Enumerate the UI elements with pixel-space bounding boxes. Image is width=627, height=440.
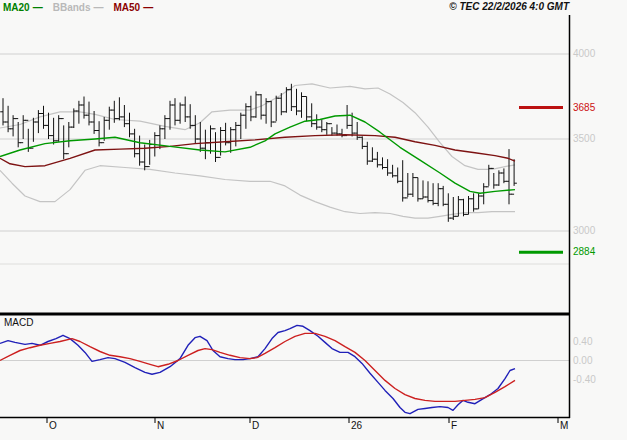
legend-dash-bbands-icon: — [93, 2, 103, 13]
y-axis-label-2884: 2884 [573, 246, 595, 257]
x-axis-label-M: M [560, 420, 568, 431]
chart-screen: MA20 — BBands — MA50 — © TEC 22/2/2026 4… [0, 0, 627, 440]
legend-item-ma50: MA50 — [113, 2, 153, 13]
legend: MA20 — BBands — MA50 — [3, 2, 153, 13]
y-axis-label-3500: 3500 [573, 133, 595, 144]
macd-line [0, 325, 515, 413]
x-axis-label-26: 26 [351, 420, 362, 431]
legend-item-bbands: BBands — [53, 2, 104, 13]
y-axis-label-3685: 3685 [573, 102, 595, 113]
x-axis-label-F: F [451, 420, 457, 431]
x-axis-label-N: N [157, 420, 164, 431]
macd-panel-title: MACD [4, 317, 33, 328]
legend-dash-ma50-icon: — [143, 2, 153, 13]
x-axis-label-D: D [252, 420, 259, 431]
macd-signal-line [0, 333, 515, 401]
macd-axis-label--0.40: -0.40 [573, 374, 596, 385]
y-axis-label-3000: 3000 [573, 225, 595, 236]
macd-axis-label-0.00: 0.00 [573, 355, 592, 366]
y-axis-label-4000: 4000 [573, 48, 595, 59]
legend-label-ma20: MA20 [3, 2, 30, 13]
legend-dash-ma20-icon: — [33, 2, 43, 13]
ohlc-bars [0, 84, 517, 222]
price-macd-chart [0, 0, 627, 440]
legend-item-ma20: MA20 — [3, 2, 43, 13]
legend-label-ma50: MA50 [113, 2, 140, 13]
legend-label-bbands: BBands [53, 2, 91, 13]
copyright-text: © TEC 22/2/2026 4:0 GMT [449, 1, 569, 12]
macd-axis-label-0.40: 0.40 [573, 336, 592, 347]
x-axis-label-O: O [49, 420, 57, 431]
